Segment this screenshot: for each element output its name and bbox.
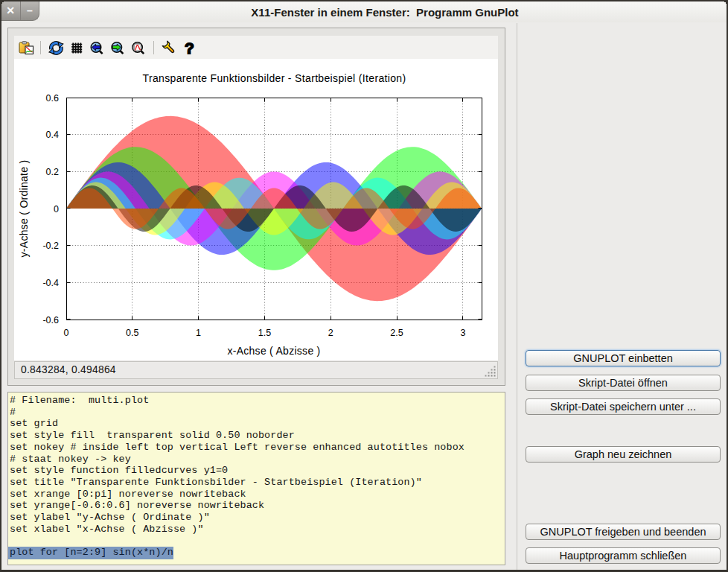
svg-text:0: 0 — [54, 204, 59, 214]
svg-text:3: 3 — [460, 328, 465, 338]
svg-text:1: 1 — [196, 328, 201, 338]
svg-text:-0.4: -0.4 — [42, 278, 59, 288]
svg-text:Transparente Funktionsbilder -: Transparente Funktionsbilder - Startbeis… — [143, 72, 406, 84]
svg-text:2.5: 2.5 — [390, 328, 403, 338]
svg-text:x-Achse ( Abzisse ): x-Achse ( Abzisse ) — [227, 345, 320, 357]
svg-text:-0.6: -0.6 — [42, 315, 59, 325]
svg-text:1.5: 1.5 — [258, 328, 271, 338]
svg-text:0.4: 0.4 — [46, 130, 59, 140]
svg-text:-0.2: -0.2 — [42, 241, 59, 251]
svg-text:y-Achse ( Ordinate ): y-Achse ( Ordinate ) — [18, 160, 30, 258]
svg-text:0.6: 0.6 — [46, 93, 59, 104]
svg-text:0.2: 0.2 — [46, 167, 59, 177]
svg-text:?: ? — [185, 39, 194, 57]
svg-text:0: 0 — [64, 328, 69, 338]
svg-text:2: 2 — [328, 328, 333, 338]
svg-text:0.5: 0.5 — [126, 328, 138, 338]
